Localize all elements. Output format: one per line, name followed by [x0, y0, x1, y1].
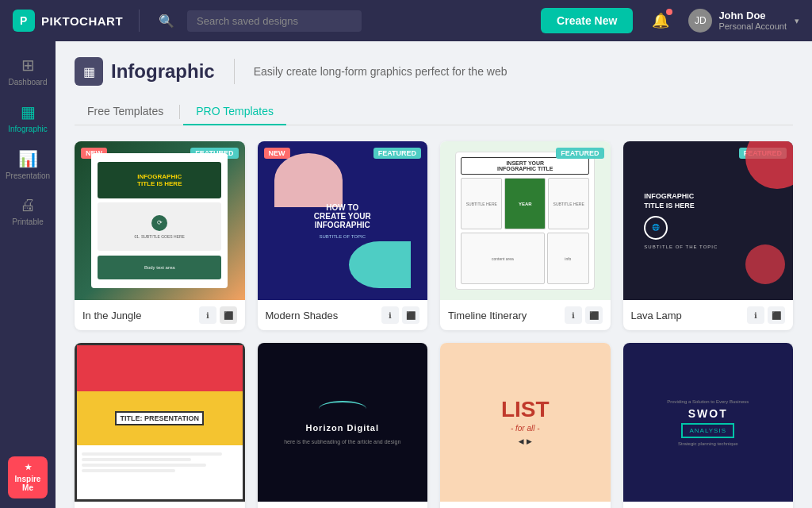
sidebar-item-dashboard[interactable]: ⊞ Dashboard [0, 48, 56, 94]
page-subtitle: Easily create long-form graphics perfect… [254, 65, 508, 78]
page-title-area: ▦ Infographic [75, 57, 215, 86]
user-name: John Doe [718, 10, 787, 22]
header-divider [234, 59, 235, 84]
list-sub-text: - for all - [511, 424, 540, 433]
swot-sub-top: Providing a Solution to Every Business [667, 399, 749, 404]
template-card-lava[interactable]: FEATURED INFOGRAPHICTITLE IS HERE 🌐 SUBT… [623, 141, 794, 330]
swot-title: SWOT [688, 407, 728, 420]
search-input[interactable] [187, 10, 362, 32]
tab-free-templates[interactable]: Free Templates [75, 98, 176, 125]
sidebar-item-presentation[interactable]: 📊 Presentation [0, 141, 56, 188]
user-role: Personal Account [718, 21, 787, 32]
template-color-icon[interactable]: ⬛ [768, 306, 785, 324]
page-header: ▦ Infographic Easily create long-form gr… [75, 57, 793, 86]
timeline-box: SUBTITLE HERE [461, 178, 502, 229]
thumb-inner: HOW TOCREATE YOURINFOGRAPHIC SUBTITLE OF… [274, 153, 411, 288]
modern-subtitle: SUBTITLE OF TOPIC [320, 234, 366, 239]
template-color-icon[interactable]: ⬛ [402, 306, 419, 324]
template-thumbnail: NEW FEATURED HOW TOCREATE YOURINFOGRAPHI… [258, 141, 428, 300]
template-thumbnail: FEATURED INSERT YOURINFOGRAPHIC TITLE SU… [440, 141, 611, 300]
template-thumbnail: FEATURED INFOGRAPHICTITLE IS HERE 🌐 SUBT… [623, 141, 794, 300]
template-name: Lava Lamp [631, 310, 682, 321]
template-color-icon[interactable]: ⬛ [220, 306, 237, 324]
template-tabs: Free Templates PRO Templates [75, 98, 793, 125]
template-name: Modern Shades [266, 310, 339, 321]
nav-divider [139, 10, 140, 32]
search-icon[interactable]: 🔍 [155, 10, 178, 32]
template-grid: NEW FEATURED INFOGRAPHICTITLE IS HERE ⟳ … [75, 141, 793, 508]
template-card-horizon[interactable]: Horizon Digital here is the subheading o… [258, 343, 428, 508]
template-actions: ℹ ⬛ [565, 306, 603, 324]
timeline-box: info [547, 233, 590, 284]
template-info-icon[interactable]: ℹ [199, 306, 216, 324]
thumb-inner: INSERT YOURINFOGRAPHIC TITLE SUBTITLE HE… [455, 152, 595, 290]
chevron-down-icon: ▾ [795, 16, 799, 26]
timeline-box: SUBTITLE HERE [548, 178, 589, 229]
sidebar: ⊞ Dashboard ▦ Infographic 📊 Presentation… [0, 41, 56, 508]
user-info: John Doe Personal Account [718, 10, 787, 33]
template-card-presentation[interactable]: TITLE: PRESENTATION Title: Presentation … [75, 343, 245, 508]
template-thumbnail: Horizon Digital here is the subheading o… [258, 343, 428, 502]
lava-circle: 🌐 [644, 216, 668, 240]
template-footer: SWOT Analysis ℹ ⬛ [623, 502, 794, 508]
template-info-icon[interactable]: ℹ [565, 306, 582, 324]
deco-shape [349, 241, 410, 289]
infographic-icon: ▦ [21, 102, 36, 121]
main-content: ▦ Infographic Easily create long-form gr… [56, 41, 812, 508]
timeline-box-year: YEAR [504, 178, 546, 229]
template-footer: Lava Lamp ℹ ⬛ [623, 300, 794, 330]
list-big-text: LIST [501, 398, 550, 421]
template-name: In the Jungle [82, 310, 141, 321]
template-actions: ℹ ⬛ [747, 306, 785, 324]
template-color-icon[interactable]: ⬛ [585, 306, 603, 324]
thumb-inner: INFOGRAPHICTITLE IS HERE ⟳ 01. SUBTITLE … [91, 153, 228, 288]
badge-featured: FEATURED [556, 148, 603, 159]
template-footer: Timeline Itinerary ℹ ⬛ [440, 300, 611, 330]
template-info-icon[interactable]: ℹ [747, 306, 764, 324]
inspire-me-label: Inspire Me [13, 475, 43, 492]
sidebar-item-printable[interactable]: 🖨 Printable [0, 188, 56, 234]
template-thumbnail: Providing a Solution to Every Business S… [623, 343, 794, 502]
pres-body [77, 445, 243, 499]
pres-top: TITLE: PRESENTATION [77, 391, 243, 445]
timeline-row: SUBTITLE HERE YEAR SUBTITLE HERE [461, 178, 589, 229]
template-info-icon[interactable]: ℹ [381, 306, 399, 324]
lava-title: INFOGRAPHICTITLE IS HERE [644, 192, 695, 210]
lava-inner: INFOGRAPHICTITLE IS HERE 🌐 SUBTITLE OF T… [644, 157, 772, 284]
tab-pro-templates[interactable]: PRO Templates [183, 98, 286, 125]
notification-icon[interactable]: 🔔 [652, 12, 669, 29]
pres-title: TITLE: PRESENTATION [115, 411, 204, 425]
modern-title: HOW TOCREATE YOURINFOGRAPHIC [314, 203, 371, 229]
sidebar-item-infographic[interactable]: ▦ Infographic [0, 94, 56, 141]
sidebar-item-label: Presentation [6, 171, 50, 180]
horizon-curve [319, 401, 366, 417]
pres-red-bar [77, 345, 243, 391]
sidebar-item-label: Printable [12, 217, 43, 226]
template-card-jungle[interactable]: NEW FEATURED INFOGRAPHICTITLE IS HERE ⟳ … [75, 141, 245, 330]
template-actions: ℹ ⬛ [381, 306, 419, 324]
sidebar-item-label: Dashboard [9, 78, 48, 87]
logo-text: PIKTOCHART [41, 14, 123, 28]
template-card-timeline[interactable]: FEATURED INSERT YOURINFOGRAPHIC TITLE SU… [440, 141, 611, 330]
template-card-modern[interactable]: NEW FEATURED HOW TOCREATE YOURINFOGRAPHI… [258, 141, 428, 330]
timeline-box: content area [461, 233, 544, 284]
sidebar-item-label: Infographic [8, 125, 47, 133]
template-footer: List for all ℹ ⬛ [440, 502, 611, 508]
dashboard-icon: ⊞ [21, 56, 35, 75]
timeline-row: content area info [461, 233, 589, 284]
swot-sub-bottom: Strategic planning technique [678, 441, 738, 446]
template-card-swot[interactable]: Providing a Solution to Every Business S… [623, 343, 794, 508]
lava-subtitle: SUBTITLE OF THE TOPIC [644, 244, 718, 249]
logo[interactable]: P PIKTOCHART [13, 10, 123, 32]
template-footer: In the Jungle ℹ ⬛ [75, 300, 245, 330]
jungle-footer: Body text area [98, 256, 221, 280]
inspire-me-button[interactable]: ★ Inspire Me [8, 456, 48, 498]
presentation-icon: 📊 [18, 149, 38, 168]
template-card-list[interactable]: LIST - for all - ◂ ▸ List for all ℹ ⬛ [440, 343, 611, 508]
jungle-body: ⟳ 01. SUBTITLE GOES HERE [98, 202, 221, 252]
horizon-title: Horizon Digital [305, 423, 379, 433]
create-new-button[interactable]: Create New [541, 8, 633, 33]
swot-box: ANALYSIS [681, 423, 734, 438]
tab-divider [179, 105, 180, 119]
user-menu[interactable]: JD John Doe Personal Account ▾ [688, 9, 799, 33]
